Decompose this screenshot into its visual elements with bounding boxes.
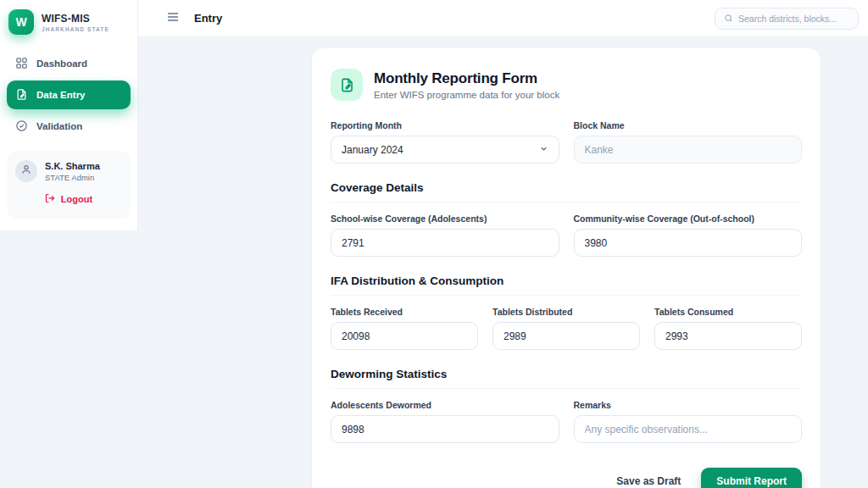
adolescents-dewormed-input[interactable] [331,415,559,443]
remarks-input[interactable] [574,415,803,443]
ifa-section: IFA Distribution & Consumption Tablets R… [331,274,802,350]
tablets-received-label: Tablets Received [331,306,478,318]
tablets-received-field: Tablets Received [331,306,478,350]
reporting-month-select[interactable]: January 2024 [331,136,559,164]
grid-icon [15,57,28,71]
user-name: S.K. Sharma [45,161,100,171]
remarks-field: Remarks [574,399,803,443]
save-draft-button[interactable]: Save as Draft [604,469,693,488]
form-title: Monthly Reporting Form [374,70,559,87]
form-header-text: Monthly Reporting Form Enter WIFS progra… [374,70,559,100]
user-icon [20,164,32,179]
logout-label: Logout [61,194,92,204]
form-header: Monthly Reporting Form Enter WIFS progra… [331,69,802,101]
user-text: S.K. Sharma STATE Admin [45,161,100,182]
block-name-input [574,136,803,164]
monthly-reporting-form-card: Monthly Reporting Form Enter WIFS progra… [312,48,821,488]
ifa-section-heading: IFA Distribution & Consumption [331,274,802,296]
sidebar-item-label: Validation [36,121,82,131]
ifa-row: Tablets Received Tablets Distributed Tab… [331,306,802,350]
sidebar-item-validation[interactable]: Validation [7,112,131,141]
chevron-down-icon [539,144,548,156]
logout-icon [45,193,55,205]
app-logo-badge: W [8,9,34,35]
deworming-row: Adolescents Dewormed Remarks [331,399,802,443]
sidebar-item-label: Data Entry [36,90,86,100]
app-subtitle: JHARKHAND STATE [42,26,109,32]
sidebar: W WIFS-MIS JHARKHAND STATE Dashboard [0,0,138,231]
submit-report-button[interactable]: Submit Report [701,468,802,488]
app-name: WIFS-MIS [42,13,109,25]
remarks-label: Remarks [574,399,803,411]
check-circle-icon [15,119,28,134]
sidebar-item-data-entry[interactable]: Data Entry [7,80,131,109]
tablets-consumed-input[interactable] [654,322,802,350]
deworming-section: Deworming Statistics Adolescents Deworme… [331,367,802,443]
tablets-distributed-label: Tablets Distributed [492,306,640,318]
app-logo-text: WIFS-MIS JHARKHAND STATE [42,13,109,32]
school-coverage-input[interactable] [331,229,559,257]
tablets-distributed-input[interactable] [492,322,640,350]
page-title: Entry [194,12,222,25]
adolescents-dewormed-label: Adolescents Dewormed [331,399,559,411]
search-input[interactable] [738,14,849,24]
top-bar: Entry [138,0,868,37]
hamburger-icon [166,11,180,25]
search-box [715,8,859,30]
coverage-row: School-wise Coverage (Adolescents) Commu… [331,213,802,257]
tablets-consumed-field: Tablets Consumed [654,306,802,350]
block-name-label: Block Name [574,119,803,131]
school-coverage-label: School-wise Coverage (Adolescents) [331,213,559,225]
app-logo: W WIFS-MIS JHARKHAND STATE [7,8,131,47]
coverage-section-heading: Coverage Details [331,180,802,202]
tablets-received-input[interactable] [331,322,478,350]
deworming-section-heading: Deworming Statistics [331,367,802,389]
form-footer: Save as Draft Submit Report [331,468,802,488]
user-card: S.K. Sharma STATE Admin Logout [7,151,131,219]
form-subtitle: Enter WIFS programme data for your block [374,90,559,100]
community-coverage-label: Community-wise Coverage (Out-of-school) [574,213,803,225]
block-name-field: Block Name [574,119,803,164]
reporting-month-label: Reporting Month [331,119,559,131]
form-file-edit-icon [331,69,363,101]
community-coverage-input[interactable] [574,229,803,257]
avatar [15,160,37,182]
reporting-month-value: January 2024 [342,144,403,156]
menu-toggle-button[interactable] [163,8,183,29]
user-info: S.K. Sharma STATE Admin [15,160,122,182]
tablets-distributed-field: Tablets Distributed [492,306,640,350]
coverage-section: Coverage Details School-wise Coverage (A… [331,180,802,257]
school-coverage-field: School-wise Coverage (Adolescents) [331,213,559,257]
community-coverage-field: Community-wise Coverage (Out-of-school) [574,213,803,257]
adolescents-dewormed-field: Adolescents Dewormed [331,399,559,443]
app-logo-letter: W [15,15,26,29]
sidebar-nav: Dashboard Data Entry Validation [7,49,131,141]
user-role: STATE Admin [45,173,100,182]
reporting-month-field: Reporting Month January 2024 [331,119,559,164]
sidebar-item-dashboard[interactable]: Dashboard [7,49,131,78]
search-icon [724,11,733,26]
logout-button[interactable]: Logout [15,193,122,205]
sidebar-item-label: Dashboard [36,58,87,69]
tablets-consumed-label: Tablets Consumed [654,306,802,318]
form-row-month-block: Reporting Month January 2024 Block Name [331,119,802,164]
file-edit-icon [15,88,28,103]
